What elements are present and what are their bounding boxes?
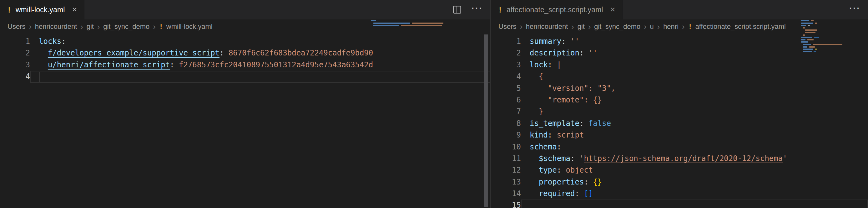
minimap-line <box>371 20 479 21</box>
close-tab-icon[interactable]: ✕ <box>72 6 78 14</box>
breadcrumb-item[interactable]: henricourdent <box>35 23 77 31</box>
token: : <box>557 142 561 151</box>
minimap-mark <box>809 46 815 48</box>
token: : <box>575 189 579 198</box>
breadcrumb-item[interactable]: henri <box>663 23 679 31</box>
line-number[interactable]: 11 <box>491 153 521 164</box>
token <box>579 189 584 198</box>
minimap-line <box>801 49 857 50</box>
minimap-mark <box>801 20 809 21</box>
minimap-right[interactable] <box>801 20 857 208</box>
close-tab-icon[interactable]: ✕ <box>610 6 616 14</box>
token <box>530 154 539 163</box>
minimap-mark <box>814 51 816 52</box>
token <box>575 154 579 163</box>
yaml-file-icon: ! <box>7 5 11 15</box>
token: {} <box>593 178 602 186</box>
breadcrumb-file[interactable]: wmill-lock.yaml <box>166 23 213 31</box>
yaml-file-icon: ! <box>159 23 163 31</box>
tab-label: wmill-lock.yaml <box>16 6 65 14</box>
line-number[interactable]: 14 <box>491 188 521 200</box>
minimap-mark <box>814 37 819 38</box>
vscode-editor-area: { "colors": { "editorBg": "#1e1e1e", "ta… <box>0 0 868 208</box>
token: : <box>170 60 174 69</box>
breadcrumb-item[interactable]: git <box>87 23 94 31</box>
split-editor-icon[interactable] <box>453 5 462 14</box>
line-number[interactable]: 13 <box>491 176 521 188</box>
minimap-mark <box>373 25 399 26</box>
token: : <box>570 154 575 163</box>
line-number[interactable]: 9 <box>491 129 521 141</box>
token: locks <box>39 37 61 46</box>
breadcrumb-item[interactable]: Users <box>498 23 516 31</box>
line-number[interactable]: 7 <box>491 106 521 118</box>
token <box>39 49 48 57</box>
minimap-mark <box>373 23 410 24</box>
token: "version": "3", <box>548 84 616 93</box>
minimap-left[interactable] <box>371 20 479 208</box>
token <box>530 178 539 186</box>
more-actions-icon[interactable]: ⋯ <box>471 2 482 17</box>
line-number[interactable]: 4 <box>0 71 30 82</box>
breadcrumb-item[interactable]: henricourdent <box>526 23 568 31</box>
minimap-mark <box>803 49 813 50</box>
chevron-right-icon: › <box>644 22 646 31</box>
token <box>584 119 588 128</box>
tab-wmill-lock-yaml[interactable]: ! wmill-lock.yaml ✕ <box>0 0 85 20</box>
line-number[interactable]: 5 <box>491 83 521 94</box>
minimap-line <box>801 32 857 33</box>
minimap-line <box>801 39 857 41</box>
breadcrumb-item[interactable]: Users <box>7 23 25 31</box>
minimap-line <box>801 34 857 36</box>
token <box>561 166 566 175</box>
minimap-mark <box>803 44 811 45</box>
token: : <box>548 60 552 69</box>
minimap-mark <box>803 34 805 36</box>
token: : <box>61 37 66 46</box>
line-number[interactable]: 1 <box>491 36 521 47</box>
minimap-mark <box>801 23 813 24</box>
token: schema <box>530 142 557 151</box>
tabbar-left: ! wmill-lock.yaml ✕ ⋯ <box>0 0 490 20</box>
minimap-mark <box>801 25 806 26</box>
line-number[interactable]: 12 <box>491 164 521 176</box>
token: { <box>539 72 543 81</box>
token <box>530 107 539 116</box>
line-number[interactable]: 1 <box>0 36 30 47</box>
token: kind <box>530 131 548 139</box>
minimap-line <box>801 51 857 52</box>
more-actions-icon[interactable]: ⋯ <box>848 2 860 17</box>
vertical-scrollbar-left[interactable] <box>484 34 488 207</box>
breadcrumb-item[interactable]: u <box>650 23 654 31</box>
line-number[interactable]: 2 <box>491 47 521 59</box>
token: : <box>219 49 224 57</box>
line-number[interactable]: 8 <box>491 118 521 129</box>
minimap-mark <box>412 23 443 24</box>
line-number[interactable]: 3 <box>491 59 521 71</box>
breadcrumb-file[interactable]: affectionate_script.script.yaml <box>695 23 786 31</box>
token: https://json-schema.org/draft/2020-12/sc… <box>584 154 783 163</box>
minimap-mark <box>807 39 814 41</box>
token: required <box>539 189 575 198</box>
chevron-right-icon: › <box>657 22 660 31</box>
token: : <box>548 131 552 139</box>
token: : <box>579 49 584 57</box>
token: ' <box>579 154 584 163</box>
line-number[interactable]: 15 <box>491 200 521 208</box>
line-number[interactable]: 10 <box>491 141 521 153</box>
line-number[interactable]: 2 <box>0 47 30 59</box>
token: properties <box>539 178 584 186</box>
breadcrumb-item[interactable]: git_sync_demo <box>103 23 150 31</box>
minimap-mark <box>813 44 842 45</box>
line-number[interactable]: 4 <box>491 71 521 82</box>
token <box>530 96 548 104</box>
line-number[interactable]: 6 <box>491 94 521 106</box>
tab-affectionate-script-yaml[interactable]: ! affectionate_script.script.yaml ✕ <box>491 0 623 20</box>
token <box>566 37 570 46</box>
breadcrumb-item[interactable]: git_sync_demo <box>594 23 640 31</box>
token: 8670f6c62f683bdea72249cadfe9bd90 <box>228 49 373 57</box>
line-number[interactable]: 3 <box>0 59 30 71</box>
token <box>530 72 539 81</box>
breadcrumb-item[interactable]: git <box>578 23 585 31</box>
yaml-file-icon: ! <box>688 23 692 31</box>
